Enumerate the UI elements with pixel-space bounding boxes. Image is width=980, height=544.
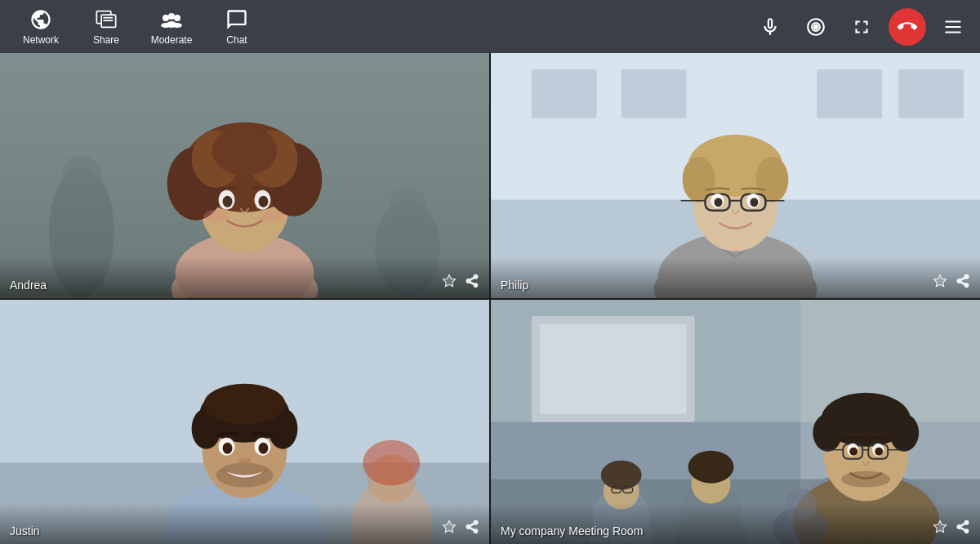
share-out-icon (956, 519, 970, 534)
meeting-actions (933, 519, 970, 537)
microphone-icon (760, 16, 781, 38)
network-icon (29, 8, 52, 31)
svg-point-117 (849, 447, 858, 455)
network-label: Network (23, 34, 59, 46)
justin-actions (442, 519, 479, 537)
svg-marker-84 (443, 521, 456, 533)
microphone-button[interactable] (751, 8, 789, 46)
svg-point-81 (223, 442, 233, 453)
svg-rect-14 (945, 20, 961, 22)
svg-point-6 (174, 15, 180, 21)
end-call-button[interactable] (889, 8, 926, 46)
share-out-icon (465, 519, 479, 534)
svg-rect-44 (621, 69, 687, 118)
svg-rect-46 (898, 69, 964, 118)
meeting-overlay: My company Meeting Room (491, 503, 980, 544)
svg-marker-39 (443, 274, 456, 286)
justin-name: Justin (10, 524, 40, 537)
svg-rect-15 (945, 25, 961, 27)
camera-icon (805, 16, 826, 38)
svg-point-109 (889, 413, 919, 451)
svg-point-53 (755, 157, 788, 203)
end-call-icon (898, 17, 917, 37)
philip-share-button[interactable] (956, 274, 970, 292)
svg-rect-16 (945, 31, 961, 33)
svg-point-61 (715, 198, 723, 207)
svg-point-119 (841, 470, 890, 487)
star-icon (933, 519, 947, 534)
video-cell-philip: Philip (491, 53, 980, 298)
star-icon (442, 274, 457, 288)
svg-point-77 (204, 383, 286, 424)
andrea-star-button[interactable] (442, 274, 457, 292)
andrea-share-button[interactable] (465, 274, 479, 292)
philip-overlay: Philip (491, 257, 980, 298)
svg-rect-45 (817, 69, 882, 118)
chat-button[interactable]: Chat (204, 0, 270, 53)
svg-rect-43 (532, 69, 597, 118)
svg-point-9 (172, 23, 182, 28)
share-label: Share (93, 34, 119, 46)
share-icon (95, 8, 118, 31)
svg-point-38 (261, 210, 285, 223)
svg-rect-89 (540, 323, 687, 413)
star-icon (442, 519, 457, 534)
svg-point-5 (168, 13, 175, 20)
chat-icon (225, 8, 248, 31)
svg-point-101 (688, 450, 734, 483)
svg-point-13 (813, 24, 819, 29)
chat-label: Chat (226, 34, 247, 46)
moderate-button[interactable]: Moderate (139, 0, 204, 53)
svg-marker-63 (934, 274, 947, 286)
video-cell-justin: Justin (0, 300, 489, 545)
justin-overlay: Justin (0, 503, 489, 544)
svg-point-35 (223, 196, 233, 207)
andrea-actions (442, 274, 479, 292)
share-out-icon (465, 274, 479, 288)
philip-name: Philip (501, 279, 528, 292)
meeting-star-button[interactable] (933, 519, 947, 537)
share-button[interactable]: Share (74, 0, 139, 53)
moderate-icon (160, 8, 183, 31)
menu-button[interactable] (934, 8, 972, 46)
svg-point-37 (204, 210, 229, 223)
video-cell-andrea: Andrea (0, 53, 489, 298)
andrea-name: Andrea (10, 279, 47, 292)
toolbar: Network Share Moderate (0, 0, 980, 53)
toolbar-right (751, 8, 972, 46)
svg-point-62 (750, 198, 758, 207)
menu-icon (942, 16, 964, 38)
svg-marker-122 (934, 521, 947, 533)
svg-point-83 (238, 457, 252, 465)
video-cell-meeting: My company Meeting Room (491, 300, 980, 545)
svg-point-94 (601, 460, 642, 489)
video-grid: Andrea (0, 53, 980, 544)
star-icon (933, 274, 947, 288)
camera-button[interactable] (797, 8, 835, 46)
justin-share-button[interactable] (465, 519, 479, 537)
andrea-overlay: Andrea (0, 257, 489, 298)
moderate-label: Moderate (151, 34, 193, 46)
fullscreen-icon (851, 16, 872, 38)
svg-point-4 (163, 15, 169, 21)
fullscreen-button[interactable] (843, 8, 880, 46)
meeting-name: My company Meeting Room (501, 524, 643, 537)
share-out-icon (956, 274, 970, 288)
svg-point-32 (212, 127, 278, 176)
philip-star-button[interactable] (933, 274, 947, 292)
svg-point-36 (258, 196, 268, 207)
svg-point-82 (258, 442, 268, 453)
svg-point-52 (683, 157, 715, 203)
toolbar-left: Network Share Moderate (8, 0, 270, 53)
svg-point-118 (875, 447, 883, 455)
justin-star-button[interactable] (442, 519, 457, 537)
meeting-share-button[interactable] (956, 519, 970, 537)
svg-point-108 (813, 413, 842, 451)
network-button[interactable]: Network (8, 0, 74, 53)
svg-point-69 (363, 439, 420, 485)
philip-actions (933, 274, 970, 292)
